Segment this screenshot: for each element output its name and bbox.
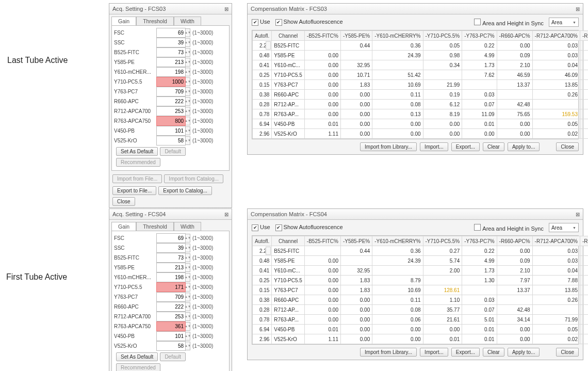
spinner-icon[interactable]: ▲▼ (186, 126, 190, 135)
tab-threshold[interactable]: Threshold (136, 222, 174, 231)
matrix-cell[interactable] (372, 60, 423, 70)
autofl-cell[interactable]: 0.78 (253, 315, 272, 325)
autofl-cell[interactable]: 0.25 (253, 276, 272, 285)
matrix-cell[interactable]: 0.00 (372, 334, 423, 344)
matrix-cell[interactable]: 24.39 (372, 256, 423, 266)
recommended-button[interactable]: Recommended (116, 158, 160, 167)
matrix-cell[interactable]: 2.10 (497, 266, 532, 276)
matrix-cell[interactable]: 2.10 (497, 60, 532, 70)
area-height-checkbox[interactable]: Area and Height in Sync (474, 224, 544, 232)
matrix-cell[interactable]: 11.09 (462, 109, 497, 119)
matrix-cell[interactable]: 0.00 (372, 325, 423, 334)
spinner-icon[interactable]: ▲▼ (186, 234, 190, 243)
matrix-cell[interactable]: 0.00 (304, 295, 340, 305)
matrix-cell[interactable]: 0.03 (462, 90, 497, 100)
area-select[interactable]: Area▼ (549, 18, 579, 27)
gain-input[interactable] (156, 28, 186, 38)
comp-close-button[interactable]: Close (556, 142, 579, 151)
autofl-cell[interactable]: 6.94 (253, 119, 272, 129)
tab-width[interactable]: Width (174, 222, 201, 231)
gain-input[interactable] (156, 233, 186, 243)
matrix-cell[interactable]: 0.00 (304, 276, 340, 285)
gain-input[interactable] (156, 263, 186, 272)
spinner-icon[interactable]: ▲▼ (186, 322, 190, 331)
gain-input[interactable] (156, 272, 186, 282)
matrix-cell[interactable]: 0.00 (304, 315, 340, 325)
matrix-cell[interactable]: 0.00 (304, 51, 340, 60)
matrix-cell[interactable] (532, 305, 580, 315)
matrix-cell[interactable]: 0.00 (423, 129, 462, 139)
default-button[interactable]: Default (160, 352, 186, 361)
import-library-button[interactable]: Import from Library... (360, 142, 417, 151)
matrix-cell[interactable]: 24.39 (372, 51, 423, 60)
matrix-cell[interactable]: 0.00 (304, 80, 340, 90)
autofl-cell[interactable]: 0.15 (253, 285, 272, 295)
matrix-cell[interactable]: 21.61 (423, 315, 462, 325)
matrix-cell[interactable]: 0.34 (423, 60, 462, 70)
autofl-cell[interactable]: 0.38 (253, 295, 272, 305)
matrix-cell[interactable]: 0.01 (304, 119, 340, 129)
matrix-cell[interactable]: 0.00 (340, 334, 372, 344)
matrix-cell[interactable] (340, 51, 372, 60)
matrix-cell[interactable]: 1.10 (423, 295, 462, 305)
autofl-cell[interactable]: 0.28 (253, 100, 272, 109)
use-checkbox[interactable]: Use (252, 224, 270, 231)
matrix-cell[interactable]: 0.00 (580, 41, 588, 51)
gain-input[interactable] (156, 282, 186, 292)
matrix-cell[interactable]: 0.00 (497, 41, 532, 51)
autofl-cell[interactable]: 0.41 (253, 266, 272, 276)
matrix-cell[interactable]: 9.80 (580, 295, 588, 305)
matrix-cell[interactable]: 0.06 (372, 315, 423, 325)
matrix-cell[interactable]: 0.00 (340, 305, 372, 315)
spinner-icon[interactable]: ▲▼ (186, 136, 190, 145)
spinner-icon[interactable]: ▲▼ (186, 77, 190, 86)
matrix-cell[interactable]: 13.85 (532, 80, 580, 90)
matrix-cell[interactable]: 0.01 (423, 334, 462, 344)
matrix-cell[interactable]: 0.00 (497, 119, 532, 129)
matrix-cell[interactable]: 0.05 (423, 41, 462, 51)
autofl-cell[interactable]: 0.15 (253, 80, 272, 90)
spinner-icon[interactable]: ▲▼ (186, 302, 190, 311)
matrix-cell[interactable]: 0.13 (372, 109, 423, 119)
import-file-button[interactable]: Import from File... (112, 174, 162, 183)
matrix-cell[interactable]: 0.11 (372, 295, 423, 305)
matrix-cell[interactable]: 10.71 (340, 70, 372, 80)
gain-input[interactable] (156, 57, 186, 67)
matrix-cell[interactable]: 0.00 (423, 119, 462, 129)
spinner-icon[interactable]: ▲▼ (186, 107, 190, 116)
matrix-cell[interactable]: 0.36 (372, 41, 423, 51)
matrix-cell[interactable] (497, 90, 532, 100)
matrix-cell[interactable]: 0.36 (372, 246, 423, 256)
spinner-icon[interactable]: ▲▼ (186, 87, 190, 96)
matrix-cell[interactable]: 0.05 (532, 119, 580, 129)
matrix-cell[interactable]: 5.01 (462, 315, 497, 325)
matrix-cell[interactable] (372, 266, 423, 276)
matrix-cell[interactable]: 0.00 (372, 119, 423, 129)
spinner-icon[interactable]: ▲▼ (186, 28, 190, 37)
matrix-cell[interactable]: 0.00 (304, 285, 340, 295)
matrix-cell[interactable]: 0.02 (532, 334, 580, 344)
matrix-cell[interactable]: 0.01 (462, 334, 497, 344)
matrix-cell[interactable]: 71.99 (532, 315, 580, 325)
matrix-cell[interactable] (497, 295, 532, 305)
matrix-cell[interactable]: 13.37 (497, 285, 532, 295)
gain-input[interactable] (156, 87, 186, 96)
matrix-cell[interactable]: 2.52 (580, 70, 588, 80)
matrix-cell[interactable]: 0.00 (340, 109, 372, 119)
matrix-cell[interactable]: 32.95 (340, 266, 372, 276)
autofl-cell[interactable]: 0.41 (253, 60, 272, 70)
matrix-cell[interactable]: 0.00 (340, 325, 372, 334)
matrix-cell[interactable]: 0.00 (497, 246, 532, 256)
matrix-cell[interactable]: 0.09 (497, 256, 532, 266)
matrix-cell[interactable]: 1.83 (340, 285, 372, 295)
matrix-cell[interactable]: 4.99 (462, 51, 497, 60)
matrix-cell[interactable]: 1.11 (304, 334, 340, 344)
matrix-cell[interactable]: 0.95 (580, 276, 588, 285)
close-icon[interactable]: ⊠ (576, 212, 580, 217)
show-autofl-checkbox[interactable]: Show Autofluorescence (275, 19, 343, 26)
matrix-cell[interactable] (532, 100, 580, 109)
matrix-cell[interactable]: 0.22 (462, 246, 497, 256)
matrix-cell[interactable]: 5.44 (580, 305, 588, 315)
matrix-cell[interactable]: 0.08 (580, 325, 588, 334)
matrix-cell[interactable]: 6.12 (423, 100, 462, 109)
